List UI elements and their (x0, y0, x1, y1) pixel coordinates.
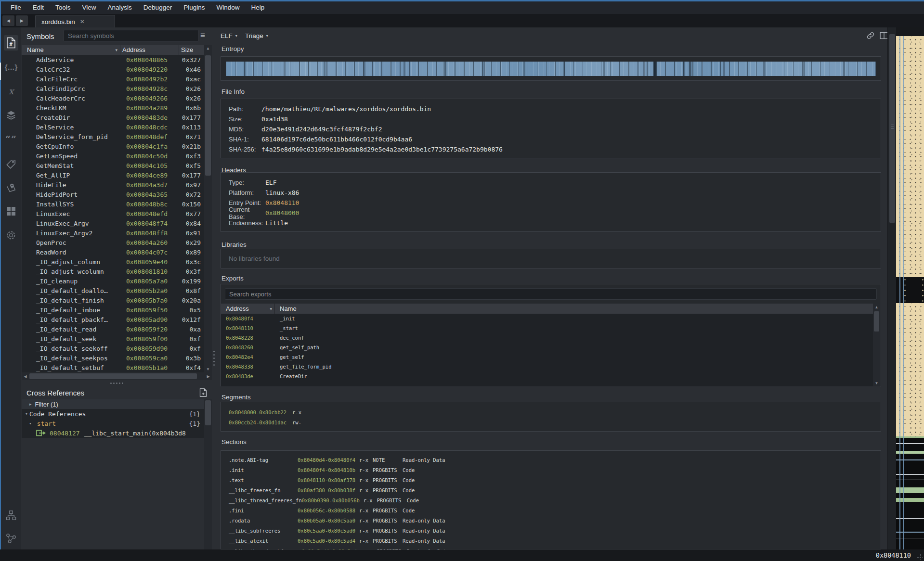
xrefs-node-start[interactable]: ▾ _start {1} (22, 419, 204, 428)
symbol-row[interactable]: LinuxExec 0x008048efd 0x77 (22, 209, 204, 218)
new-pane-icon[interactable] (199, 388, 207, 397)
menu-item[interactable]: Window (210, 1, 245, 14)
search-symbols-input[interactable] (64, 30, 199, 42)
sidebar-item-types[interactable]: {…} (4, 59, 18, 75)
export-row[interactable]: 0x8048228 dec_conf (221, 333, 873, 343)
export-row[interactable]: 0x8048110 _start (221, 323, 873, 333)
column-header-name[interactable]: Name ▾ (22, 45, 120, 55)
symbol-row[interactable]: ReadWord 0x00804c07c 0x89 (22, 247, 204, 257)
symbols-vertical-scrollbar[interactable]: ▲ ▼ (204, 45, 212, 372)
split-pane-icon[interactable] (879, 31, 887, 40)
symbol-row[interactable]: InstallSYS 0x008048b8c 0x150 (22, 199, 204, 209)
symbol-row[interactable]: _IO_adjust_wcolumn 0x008081810 0x3f (22, 267, 204, 276)
symbol-row[interactable]: _IO_default_doallo… 0x00805b2a0 0x8f (22, 286, 204, 295)
symbol-row[interactable]: _IO_adjust_column 0x008059e40 0x3c (22, 257, 204, 267)
symbol-row[interactable]: HideFile 0x00804a3d7 0x97 (22, 180, 204, 190)
sidebar-item-strings[interactable]: “” (4, 131, 18, 147)
scroll-left-icon[interactable]: ◀ (22, 372, 29, 380)
xrefs-vertical-scrollbar[interactable] (204, 399, 212, 561)
scrollbar-thumb[interactable] (874, 311, 879, 332)
symbol-row[interactable]: CheckLKM 0x00804a289 0x6b (22, 103, 204, 113)
sync-link-icon[interactable] (865, 31, 876, 40)
tab-close-icon[interactable]: ✕ (80, 18, 85, 25)
section-row[interactable]: .text 0x8048110-0x80af378 r-x PROGBITS C… (221, 475, 881, 485)
scrollbar-thumb[interactable] (29, 373, 197, 379)
menu-item[interactable]: Plugins (178, 1, 210, 14)
scroll-up-icon[interactable]: ▲ (873, 304, 880, 310)
symbol-row[interactable]: DelService 0x008048cdc 0x113 (22, 122, 204, 132)
exports-vertical-scrollbar[interactable]: ▲ ▼ (873, 304, 880, 386)
symbol-row[interactable]: _IO_cleanup 0x00805a7a0 0x199 (22, 276, 204, 286)
column-header-address[interactable]: Address ▾ (221, 304, 275, 314)
symbol-row[interactable]: _IO_default_seekpos 0x008059ca0 0x3b (22, 353, 204, 363)
symbol-row[interactable]: GetCpuInfo 0x00804c1fa 0x21b (22, 141, 204, 151)
symbol-row[interactable]: _IO_default_setbuf 0x00805b1a0 0xf4 (22, 363, 204, 372)
symbol-row[interactable]: CalcFindIpCrc 0x00804928c 0x26 (22, 84, 204, 93)
symbol-row[interactable]: LinuxExec_Argv2 0x008048ff8 0x91 (22, 228, 204, 238)
sidebar-item-components[interactable] (4, 204, 18, 219)
menu-item[interactable]: View (77, 1, 102, 14)
symbol-row[interactable]: GetLanSpeed 0x00804c50d 0xf3 (22, 151, 204, 161)
back-button[interactable]: ◀ (2, 15, 14, 26)
menu-item[interactable]: Help (245, 1, 270, 14)
section-row[interactable]: __libc_thread_subfreeres 0x80c5ad4-0x80c… (221, 546, 881, 549)
menu-item[interactable]: Debugger (138, 1, 178, 14)
sidebar-item-plugins[interactable] (4, 228, 18, 243)
symbol-row[interactable]: CalcHeaderCrc 0x008049266 0x26 (22, 93, 204, 103)
export-row[interactable]: 0x80480f4 _init (221, 314, 873, 323)
column-header-address[interactable]: Address (120, 45, 179, 55)
menu-item[interactable]: Edit (27, 1, 50, 14)
symbols-horizontal-scrollbar[interactable]: ◀ ▶ (22, 372, 212, 380)
format-dropdown[interactable]: ELF▾ (221, 30, 237, 41)
entry-point-address[interactable]: 0x8048110 (265, 199, 299, 206)
sidebar-item-stack[interactable] (4, 107, 18, 123)
section-row[interactable]: __libc_atexit 0x80c5ad0-0x80c5ad4 r-x PR… (221, 536, 881, 546)
section-row[interactable]: __libc_freeres_fn 0x80af380-0x80b038f r-… (221, 485, 881, 495)
scroll-up-icon[interactable]: ▲ (204, 45, 212, 51)
export-row[interactable]: 0x8048338 get_file_form_pid (221, 362, 873, 371)
menu-item[interactable]: Tools (50, 1, 77, 14)
symbol-row[interactable]: DelService_form_pid 0x008048def 0x71 (22, 132, 204, 141)
symbol-row[interactable]: OpenProc 0x00804a260 0x29 (22, 238, 204, 247)
xrefs-filter-row[interactable]: ▸ Filter (1) (22, 399, 204, 409)
segment-row[interactable]: 0x80ccb24-0x80d1dac rw- (221, 417, 881, 427)
symbol-row[interactable]: _IO_default_imbue 0x008059f50 0x5 (22, 305, 204, 315)
scroll-right-icon[interactable]: ▶ (205, 372, 212, 380)
sidebar-item-tags[interactable] (4, 156, 18, 172)
main-splitter-handle[interactable] (212, 27, 216, 549)
export-row[interactable]: 0x8048260 get_self_path (221, 343, 873, 352)
symbol-row[interactable]: _IO_default_read 0x008059f20 0xa (22, 324, 204, 334)
symbol-row[interactable]: AddService 0x008048865 0x327 (22, 55, 204, 64)
scrollbar-thumb[interactable] (889, 34, 895, 223)
scrollbar-thumb[interactable] (205, 400, 211, 425)
symbol-row[interactable]: _IO_default_seek 0x008059f00 0xf (22, 334, 204, 344)
menu-item[interactable]: File (5, 1, 27, 14)
symbol-row[interactable]: _IO_default_finish 0x00805b7a0 0x20a (22, 295, 204, 305)
scrollbar-thumb[interactable] (205, 55, 211, 176)
entropy-visualization[interactable] (226, 62, 876, 76)
symbol-row[interactable]: CreateDir 0x0080483de 0x177 (22, 113, 204, 122)
sidebar-item-graph[interactable] (4, 531, 18, 546)
sidebar-item-symbols[interactable]: # (4, 35, 18, 51)
resize-grip[interactable] (917, 554, 923, 560)
main-vertical-scrollbar[interactable] (887, 27, 896, 549)
byte-overview-minimap[interactable] (896, 27, 924, 549)
symbol-row[interactable]: HidePidPort 0x00804a365 0x72 (22, 190, 204, 199)
section-row[interactable]: .fini 0x80b056c-0x80b0588 r-x PROGBITS C… (221, 505, 881, 515)
column-header-size[interactable]: Size (179, 45, 204, 55)
symbol-row[interactable]: CalcCrc32 0x008049220 0x46 (22, 64, 204, 74)
section-row[interactable]: .note.ABI-tag 0x80480d4-0x80480f4 r-x NO… (221, 455, 881, 465)
symbol-row[interactable]: Get_AllIP 0x00804ce89 0x177 (22, 170, 204, 180)
segment-row[interactable]: 0x8048000-0x80cbb22 r-x (221, 407, 881, 417)
xref-entry-row[interactable]: 08048127 __libc_start_main(0x804b3d8 (22, 428, 204, 438)
sidebar-item-hierarchy[interactable] (4, 508, 18, 523)
menu-item[interactable]: Analysis (102, 1, 138, 14)
forward-button[interactable]: ▶ (16, 15, 28, 26)
panel-splitter-handle[interactable] (21, 380, 212, 386)
section-row[interactable]: .init 0x80480f4-0x804810b r-x PROGBITS C… (221, 465, 881, 475)
sidebar-item-memory-map[interactable] (4, 180, 18, 196)
section-row[interactable]: __libc_thread_freeres_fn 0x80b0390-0x80b… (221, 495, 881, 505)
symbol-row[interactable]: LinuxExec_Argv 0x008048f74 0x84 (22, 218, 204, 228)
symbol-row[interactable]: GetMemStat 0x00804c105 0xf5 (22, 161, 204, 170)
symbol-row[interactable]: _IO_default_seekoff 0x008059d90 0xf (22, 344, 204, 353)
